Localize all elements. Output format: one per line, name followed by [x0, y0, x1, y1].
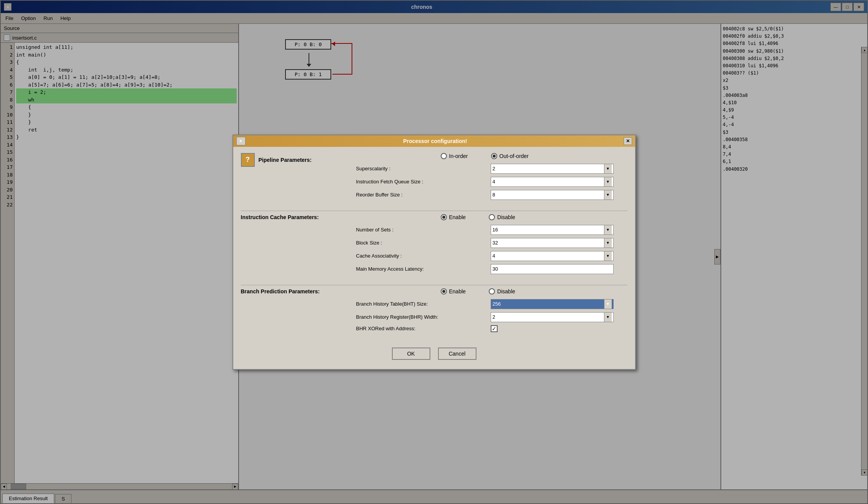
branch-section-left: Branch Prediction Parameters:	[241, 288, 349, 294]
inorder-radio-circle[interactable]	[441, 153, 447, 159]
icache-disable-circle[interactable]	[489, 214, 495, 220]
block-size-select[interactable]: 32 ▼	[491, 238, 614, 248]
mem-latency-label: Main Memory Access Latency:	[356, 266, 487, 272]
modal-close-button[interactable]: ✕	[624, 137, 632, 145]
bht-size-arrow[interactable]: ▼	[604, 299, 612, 309]
inorder-radio[interactable]: In-order	[441, 153, 468, 159]
inorder-label: In-order	[449, 153, 468, 159]
num-sets-label: Number of Sets :	[356, 227, 487, 233]
pipeline-section: ? Pipeline Parameters: In-order Out-of-o	[241, 153, 627, 203]
outoforder-radio[interactable]: Out-of-order	[491, 153, 529, 159]
branch-enable-circle[interactable]	[441, 288, 447, 294]
bht-size-select[interactable]: 256 ▼	[491, 299, 614, 309]
pipeline-section-right: In-order Out-of-order Superscalarity : 2…	[356, 153, 627, 203]
block-size-arrow[interactable]: ▼	[604, 238, 612, 248]
icache-disable-label: Disable	[497, 214, 515, 220]
bhr-width-row: Branch History Register(BHR) Width: 2 ▼	[356, 312, 627, 322]
bhr-width-select[interactable]: 2 ▼	[491, 312, 614, 322]
num-sets-select[interactable]: 16 ▼	[491, 225, 614, 235]
reorder-buffer-row: Reorder Buffer Size : 8 ▼	[356, 190, 627, 200]
branch-radio-row: Enable Disable	[356, 288, 627, 294]
bht-size-row: Branch History Table(BHT) Size: 256 ▼	[356, 299, 627, 309]
branch-enable-label: Enable	[449, 288, 466, 294]
icache-section: Instruction Cache Parameters: Enable Dis…	[241, 214, 627, 277]
fetch-queue-label: Instruction Fetch Queue Size :	[356, 179, 487, 185]
ok-button[interactable]: OK	[392, 348, 430, 360]
icache-section-left: Instruction Cache Parameters:	[241, 214, 349, 220]
modal-title-bar: ★ Processor configuration! ✕	[233, 135, 635, 147]
modal-buttons: OK Cancel	[241, 343, 627, 363]
mem-latency-input[interactable]: 30	[491, 264, 614, 274]
cache-assoc-select[interactable]: 4 ▼	[491, 251, 614, 261]
superscalarity-row: Superscalarity : 2 ▼	[356, 164, 627, 174]
branch-disable-circle[interactable]	[489, 288, 495, 294]
bhr-xor-label: BHR XORed with Address:	[356, 326, 487, 331]
cache-assoc-label: Cache Associativity :	[356, 253, 487, 259]
icache-disable-radio[interactable]: Disable	[489, 214, 515, 220]
branch-disable-radio[interactable]: Disable	[489, 288, 515, 294]
pipeline-radio-row: In-order Out-of-order	[356, 153, 627, 159]
icache-title: Instruction Cache Parameters:	[241, 214, 319, 220]
num-sets-arrow[interactable]: ▼	[604, 225, 612, 235]
cache-assoc-row: Cache Associativity : 4 ▼	[356, 251, 627, 261]
icache-enable-label: Enable	[449, 214, 466, 220]
fetch-queue-row: Instruction Fetch Queue Size : 4 ▼	[356, 177, 627, 187]
divider-1	[241, 211, 627, 211]
block-size-row: Block Size : 32 ▼	[356, 238, 627, 248]
icache-enable-circle[interactable]	[441, 214, 447, 220]
superscalarity-select[interactable]: 2 ▼	[491, 164, 614, 174]
modal-title: Processor configuration!	[247, 138, 624, 144]
superscalarity-arrow[interactable]: ▼	[604, 164, 612, 173]
modal-body: ? Pipeline Parameters: In-order Out-of-o	[233, 147, 635, 369]
bhr-width-label: Branch History Register(BHR) Width:	[356, 314, 487, 320]
bhr-xor-row: BHR XORed with Address: ✓	[356, 325, 627, 332]
pipeline-title: Pipeline Parameters:	[259, 157, 312, 163]
outoforder-label: Out-of-order	[500, 153, 529, 159]
fetch-queue-select[interactable]: 4 ▼	[491, 177, 614, 187]
num-sets-row: Number of Sets : 16 ▼	[356, 225, 627, 235]
icache-section-right: Enable Disable Number of Sets : 16 ▼	[356, 214, 627, 277]
fetch-queue-arrow[interactable]: ▼	[604, 177, 612, 186]
cancel-button[interactable]: Cancel	[438, 348, 476, 360]
reorder-buffer-arrow[interactable]: ▼	[604, 190, 612, 200]
branch-title: Branch Prediction Parameters:	[241, 288, 320, 294]
pipeline-section-left: ? Pipeline Parameters:	[241, 153, 349, 167]
block-size-label: Block Size :	[356, 240, 487, 246]
branch-section-right: Enable Disable Branch History Table(BHT)…	[356, 288, 627, 335]
cache-assoc-arrow[interactable]: ▼	[604, 251, 612, 261]
branch-enable-radio[interactable]: Enable	[441, 288, 466, 294]
reorder-buffer-label: Reorder Buffer Size :	[356, 192, 487, 198]
branch-disable-label: Disable	[497, 288, 515, 294]
superscalarity-label: Superscalarity :	[356, 166, 487, 171]
mem-latency-row: Main Memory Access Latency: 30	[356, 264, 627, 274]
icache-radio-row: Enable Disable	[356, 214, 627, 220]
reorder-buffer-select[interactable]: 8 ▼	[491, 190, 614, 200]
bhr-xor-checkbox[interactable]: ✓	[491, 325, 498, 332]
modal-overlay: ★ Processor configuration! ✕ ? Pipeline …	[0, 0, 868, 504]
bhr-width-arrow[interactable]: ▼	[604, 313, 612, 322]
processor-config-dialog: ★ Processor configuration! ✕ ? Pipeline …	[232, 135, 636, 370]
branch-section: Branch Prediction Parameters: Enable Dis…	[241, 288, 627, 335]
icache-enable-radio[interactable]: Enable	[441, 214, 466, 220]
outoforder-radio-circle[interactable]	[491, 153, 497, 159]
pipeline-help-icon[interactable]: ?	[241, 153, 255, 167]
modal-icon: ★	[236, 137, 246, 145]
divider-2	[241, 285, 627, 285]
bht-size-label: Branch History Table(BHT) Size:	[356, 301, 487, 307]
